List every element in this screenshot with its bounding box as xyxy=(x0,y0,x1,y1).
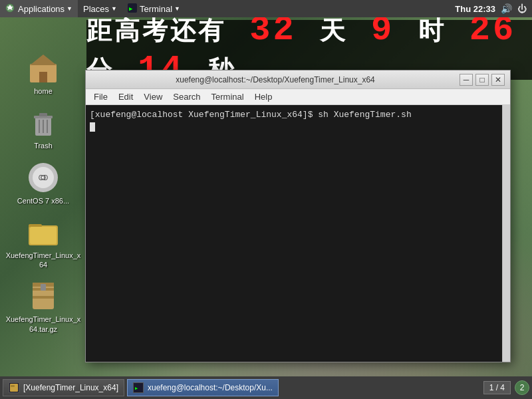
top-panel: Applications ▼ Places ▼ ▶ Terminal ▼ Thu… xyxy=(0,0,532,17)
places-arrow: ▼ xyxy=(111,5,117,12)
taskbar-file-manager[interactable]: [XuefengTimer_Linux_x64] xyxy=(3,379,124,396)
folder-icon xyxy=(27,216,59,248)
svg-rect-23 xyxy=(33,292,54,295)
trash-label: Trash xyxy=(34,141,53,150)
taskbar-terminal-label: xuefeng@localhost:~/Desktop/Xu... xyxy=(148,383,273,392)
edit-menu[interactable]: Edit xyxy=(113,90,138,103)
terminal-scrollbar[interactable] xyxy=(502,105,510,362)
disc-icon: CD xyxy=(27,162,59,194)
svg-marker-4 xyxy=(30,55,57,65)
workspace-indicator: 1 / 4 xyxy=(483,381,511,394)
timer-days-label: 天 xyxy=(320,18,348,47)
home-label: home xyxy=(34,86,53,96)
close-button[interactable]: ✕ xyxy=(491,74,505,86)
home-folder-icon xyxy=(27,52,59,84)
taskbar: [XuefengTimer_Linux_x64] ▶ xuefeng@local… xyxy=(0,376,532,399)
svg-rect-5 xyxy=(39,72,47,82)
svg-rect-19 xyxy=(30,227,57,244)
terminal-title: xuefeng@localhost:~/Desktop/XuefengTimer… xyxy=(91,75,460,84)
help-menu[interactable]: Help xyxy=(249,90,278,103)
svg-rect-8 xyxy=(39,113,47,116)
terminal-controls: ─ □ ✕ xyxy=(460,74,505,86)
timer-prefix: 距高考还有 xyxy=(86,18,226,47)
taskbar-terminal[interactable]: ▶ xuefeng@localhost:~/Desktop/Xu... xyxy=(127,379,279,396)
workspace-button[interactable]: 2 xyxy=(515,380,529,395)
taskbar-right: 1 / 4 2 xyxy=(483,380,529,395)
terminal-cursor-line xyxy=(90,121,498,133)
archive-icon xyxy=(27,280,59,312)
desktop: Applications ▼ Places ▼ ▶ Terminal ▼ Thu… xyxy=(0,0,532,399)
desktop-icons: home Trash CD CentOS 7 x86... xyxy=(0,17,86,376)
terminal-arrow: ▼ xyxy=(174,5,180,12)
applications-label: Applications xyxy=(18,4,65,14)
terminal-window: xuefeng@localhost:~/Desktop/XuefengTimer… xyxy=(85,70,511,362)
centos-label: CentOS 7 x86... xyxy=(17,196,69,205)
terminal-menu-item[interactable]: Terminal xyxy=(206,90,249,103)
system-icon xyxy=(5,3,15,15)
terminal-menu-panel[interactable]: ▶ Terminal ▼ xyxy=(122,0,186,17)
power-icon[interactable]: ⏻ xyxy=(517,3,527,14)
clock: Thu 22:33 xyxy=(455,4,495,14)
minimize-button[interactable]: ─ xyxy=(460,74,473,86)
volume-icon[interactable]: 🔊 xyxy=(501,3,512,14)
trash-icon-item[interactable]: Trash xyxy=(0,101,86,156)
svg-rect-24 xyxy=(33,296,54,299)
taskbar-file-manager-label: [XuefengTimer_Linux_x64] xyxy=(23,383,118,392)
taskbar-terminal-icon: ▶ xyxy=(133,382,144,393)
file-menu[interactable]: File xyxy=(88,90,113,103)
terminal-line-1: [xuefeng@localhost XuefengTimer_Linux_x6… xyxy=(90,109,498,121)
terminal-cursor xyxy=(90,122,95,132)
applications-menu[interactable]: Applications ▼ xyxy=(0,0,78,17)
svg-text:CD: CD xyxy=(39,174,48,182)
panel-right: Thu 22:33 🔊 ⏻ xyxy=(455,3,532,14)
svg-rect-26 xyxy=(10,384,18,392)
terminal-menubar: File Edit View Search Terminal Help xyxy=(86,89,510,105)
terminal-label: Terminal xyxy=(140,4,172,14)
svg-rect-25 xyxy=(41,284,46,291)
search-menu[interactable]: Search xyxy=(168,90,205,103)
xuefeng-folder-label: XuefengTimer_Linux_x64 xyxy=(4,251,82,270)
xuefeng-archive-label: XuefengTimer_Linux_x64.tar.gz xyxy=(4,315,82,334)
home-icon-item[interactable]: home xyxy=(0,47,86,101)
terminal-body[interactable]: [xuefeng@localhost XuefengTimer_Linux_x6… xyxy=(86,105,502,362)
view-menu[interactable]: View xyxy=(138,90,168,103)
timer-hours-label: 时 xyxy=(418,18,446,47)
svg-text:▶: ▶ xyxy=(129,5,133,12)
terminal-icon-small: ▶ xyxy=(128,3,137,15)
xuefeng-folder-item[interactable]: XuefengTimer_Linux_x64 xyxy=(0,211,86,275)
places-label: Places xyxy=(83,4,109,14)
trash-can-icon xyxy=(27,106,59,138)
centos-icon-item[interactable]: CD CentOS 7 x86... xyxy=(0,156,86,211)
xuefeng-archive-item[interactable]: XuefengTimer_Linux_x64.tar.gz xyxy=(0,275,86,339)
applications-arrow: ▼ xyxy=(66,5,72,12)
file-manager-icon xyxy=(9,382,19,393)
terminal-titlebar: xuefeng@localhost:~/Desktop/XuefengTimer… xyxy=(86,70,510,89)
places-menu[interactable]: Places ▼ xyxy=(78,0,122,17)
svg-rect-27 xyxy=(11,385,15,387)
maximize-button[interactable]: □ xyxy=(475,74,489,86)
